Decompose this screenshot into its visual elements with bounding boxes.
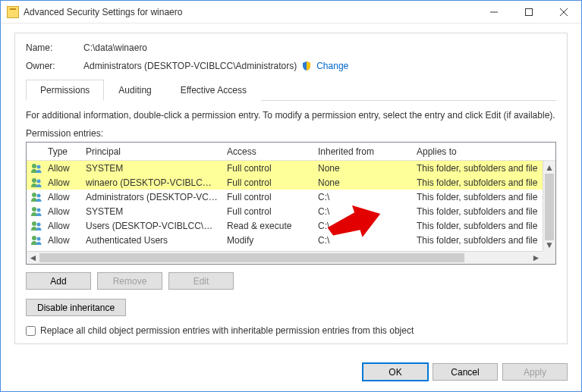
folder-icon bbox=[7, 6, 19, 18]
cell-principal: Administrators (DESKTOP-VCI... bbox=[81, 192, 222, 202]
tab-effective-access[interactable]: Effective Access bbox=[166, 80, 261, 101]
cell-applies: This folder, subfolders and file bbox=[412, 192, 555, 202]
scroll-left-icon[interactable]: ◄ bbox=[27, 252, 39, 264]
remove-button[interactable]: Remove bbox=[97, 272, 162, 290]
cell-inherited: C:\ bbox=[313, 192, 412, 202]
cell-type: Allow bbox=[43, 192, 81, 202]
svg-rect-1 bbox=[526, 8, 533, 15]
cell-access: Read & execute bbox=[222, 221, 313, 231]
svg-point-7 bbox=[37, 179, 41, 183]
table-row[interactable]: AllowAdministrators (DESKTOP-VCI...Full … bbox=[27, 190, 555, 204]
apply-button[interactable]: Apply bbox=[502, 363, 568, 381]
ok-button[interactable]: OK bbox=[363, 363, 428, 381]
disable-inheritance-button[interactable]: Disable inheritance bbox=[26, 299, 126, 316]
minimize-button[interactable] bbox=[477, 1, 511, 24]
edit-button[interactable]: Edit bbox=[168, 272, 234, 290]
replace-children-label: Replace all child object permission entr… bbox=[40, 325, 414, 336]
col-principal[interactable]: Principal bbox=[81, 146, 222, 157]
table-row[interactable]: AllowAuthenticated UsersModifyC:\This fo… bbox=[27, 233, 555, 247]
col-access[interactable]: Access bbox=[222, 146, 313, 157]
cell-type: Allow bbox=[43, 221, 81, 231]
owner-label: Owner: bbox=[26, 61, 83, 71]
table-row[interactable]: Allowwinaero (DESKTOP-VCIBLCC\...Full co… bbox=[27, 175, 555, 190]
svg-point-11 bbox=[37, 208, 41, 212]
security-dialog: Advanced Security Settings for winaero N… bbox=[0, 0, 582, 392]
cell-access: Modify bbox=[222, 235, 313, 246]
cell-type: Allow bbox=[43, 177, 81, 188]
tab-auditing[interactable]: Auditing bbox=[104, 80, 165, 101]
svg-point-4 bbox=[32, 164, 36, 168]
window-title: Advanced Security Settings for winaero bbox=[24, 7, 477, 17]
tabs: Permissions Auditing Effective Access bbox=[26, 79, 556, 101]
hint-text: For additional information, double-click… bbox=[26, 110, 556, 121]
cell-inherited: C:\ bbox=[313, 221, 412, 231]
cell-access: Full control bbox=[222, 206, 313, 217]
tab-permissions[interactable]: Permissions bbox=[26, 80, 104, 101]
users-icon bbox=[30, 163, 43, 174]
cell-applies: This folder, subfolders and file bbox=[412, 221, 555, 231]
scroll-down-icon[interactable]: ▼ bbox=[543, 238, 555, 251]
svg-point-14 bbox=[32, 236, 36, 240]
svg-point-12 bbox=[32, 221, 36, 226]
users-icon bbox=[30, 177, 43, 188]
owner-value: Administrators (DESKTOP-VCIBLCC\Administ… bbox=[83, 61, 297, 71]
name-value: C:\data\winaero bbox=[83, 42, 147, 53]
cell-principal: Users (DESKTOP-VCIBLCC\Us... bbox=[81, 221, 222, 231]
users-icon bbox=[30, 192, 43, 202]
scroll-thumb-h[interactable] bbox=[39, 253, 464, 262]
cell-access: Full control bbox=[222, 163, 313, 174]
cell-type: Allow bbox=[43, 163, 81, 174]
info-group: Name: C:\data\winaero Owner: Administrat… bbox=[14, 33, 568, 344]
users-icon bbox=[30, 235, 43, 246]
horizontal-scrollbar[interactable]: ◄ ► bbox=[27, 251, 543, 264]
scroll-corner bbox=[543, 251, 555, 264]
scroll-up-icon[interactable]: ▲ bbox=[543, 161, 555, 174]
table-row[interactable]: AllowSYSTEMFull controlNoneThis folder, … bbox=[27, 161, 555, 175]
cancel-button[interactable]: Cancel bbox=[433, 363, 498, 381]
cell-applies: This folder, subfolders and file bbox=[412, 206, 555, 217]
add-button[interactable]: Add bbox=[26, 272, 91, 290]
change-owner-link[interactable]: Change bbox=[316, 61, 348, 71]
svg-point-5 bbox=[37, 165, 41, 168]
svg-point-13 bbox=[37, 222, 41, 226]
cell-inherited: C:\ bbox=[313, 235, 412, 246]
cell-inherited: None bbox=[313, 177, 412, 188]
cell-type: Allow bbox=[43, 206, 81, 217]
shield-icon bbox=[301, 61, 312, 71]
table-row[interactable]: AllowUsers (DESKTOP-VCIBLCC\Us...Read & … bbox=[27, 218, 555, 233]
name-label: Name: bbox=[26, 42, 83, 53]
svg-point-8 bbox=[32, 193, 36, 197]
cell-principal: winaero (DESKTOP-VCIBLCC\... bbox=[81, 177, 222, 188]
maximize-button[interactable] bbox=[511, 1, 546, 24]
cell-access: Full control bbox=[222, 192, 313, 202]
svg-point-6 bbox=[32, 178, 36, 183]
col-type[interactable]: Type bbox=[43, 146, 81, 157]
cell-applies: This folder, subfolders and file bbox=[412, 235, 555, 246]
svg-point-9 bbox=[37, 193, 41, 197]
users-icon bbox=[30, 221, 43, 231]
vertical-scrollbar[interactable]: ▲ ▼ bbox=[543, 161, 555, 251]
cell-principal: SYSTEM bbox=[81, 163, 222, 174]
cell-inherited: None bbox=[313, 163, 412, 174]
cell-principal: Authenticated Users bbox=[81, 235, 222, 246]
cell-inherited: C:\ bbox=[313, 206, 412, 217]
col-inherited[interactable]: Inherited from bbox=[313, 146, 412, 157]
cell-principal: SYSTEM bbox=[81, 206, 222, 217]
permissions-table: Type Principal Access Inherited from App… bbox=[26, 142, 556, 265]
cell-applies: This folder, subfolders and file bbox=[412, 177, 555, 188]
titlebar: Advanced Security Settings for winaero bbox=[1, 1, 581, 24]
cell-applies: This folder, subfolders and file bbox=[412, 163, 555, 174]
entries-label: Permission entries: bbox=[26, 128, 556, 139]
scroll-right-icon[interactable]: ► bbox=[530, 252, 543, 264]
cell-type: Allow bbox=[43, 235, 81, 246]
close-button[interactable] bbox=[546, 1, 581, 24]
replace-children-checkbox[interactable] bbox=[26, 326, 36, 336]
svg-point-15 bbox=[37, 237, 41, 240]
cell-access: Full control bbox=[222, 177, 313, 188]
col-applies[interactable]: Applies to bbox=[412, 146, 555, 157]
users-icon bbox=[30, 206, 43, 217]
svg-point-10 bbox=[32, 207, 36, 212]
table-row[interactable]: AllowSYSTEMFull controlC:\This folder, s… bbox=[27, 204, 555, 218]
scroll-thumb[interactable] bbox=[545, 174, 554, 240]
